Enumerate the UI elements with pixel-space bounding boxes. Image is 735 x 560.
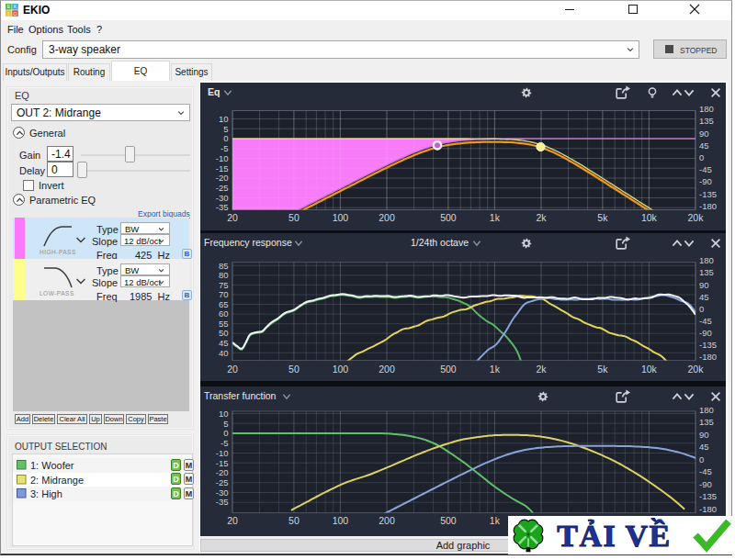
svg-text:50: 50: [288, 515, 300, 526]
svg-text:-20: -20: [216, 467, 229, 477]
svg-text:1k: 1k: [490, 515, 501, 526]
svg-text:135: 135: [699, 417, 714, 427]
svg-text:90: 90: [699, 129, 709, 139]
svg-text:90: 90: [699, 280, 709, 290]
svg-text:-180: -180: [699, 504, 717, 514]
svg-text:-45: -45: [699, 164, 712, 174]
svg-text:2k: 2k: [536, 364, 547, 375]
svg-text:20: 20: [227, 515, 238, 526]
svg-text:45: 45: [699, 442, 709, 452]
svg-text:20: 20: [227, 212, 238, 223]
svg-text:200: 200: [379, 515, 395, 526]
svg-text:-180: -180: [699, 352, 717, 362]
svg-text:5k: 5k: [597, 212, 608, 223]
svg-text:-30: -30: [216, 487, 229, 498]
svg-text:80: 80: [219, 270, 229, 280]
svg-text:-90: -90: [699, 176, 712, 186]
svg-text:-25: -25: [216, 477, 229, 487]
svg-text:0: 0: [223, 428, 228, 438]
svg-text:500: 500: [440, 364, 457, 375]
svg-text:50: 50: [219, 328, 229, 338]
svg-text:100: 100: [333, 364, 349, 375]
svg-text:-15: -15: [216, 163, 229, 174]
svg-text:50: 50: [288, 364, 300, 375]
svg-text:10k: 10k: [641, 364, 658, 375]
svg-text:135: 135: [699, 267, 714, 277]
svg-text:5k: 5k: [597, 364, 608, 375]
svg-text:85: 85: [219, 261, 229, 271]
svg-text:-135: -135: [699, 491, 717, 501]
svg-text:-5: -5: [220, 438, 228, 448]
svg-text:20k: 20k: [688, 364, 705, 375]
svg-text:0: 0: [699, 304, 704, 314]
svg-text:20k: 20k: [688, 212, 705, 223]
svg-text:50: 50: [288, 212, 300, 223]
svg-text:200: 200: [379, 364, 395, 375]
svg-text:2k: 2k: [536, 212, 547, 223]
svg-text:100: 100: [333, 212, 349, 223]
svg-text:-45: -45: [699, 466, 712, 476]
svg-text:65: 65: [219, 299, 229, 309]
svg-text:-90: -90: [699, 328, 712, 338]
svg-text:10k: 10k: [641, 212, 658, 223]
svg-text:-15: -15: [216, 458, 229, 468]
svg-text:O: O: [14, 11, 17, 17]
svg-text:45: 45: [219, 338, 229, 348]
svg-text:I: I: [8, 11, 9, 17]
svg-text:135: 135: [699, 116, 714, 126]
svg-text:1k: 1k: [490, 212, 501, 223]
svg-text:90: 90: [699, 430, 709, 440]
svg-text:70: 70: [219, 289, 229, 299]
svg-text:20: 20: [227, 364, 238, 375]
svg-text:-20: -20: [216, 173, 229, 183]
svg-text:-10: -10: [216, 448, 229, 458]
svg-text:-25: -25: [216, 183, 229, 193]
svg-text:100: 100: [333, 515, 349, 526]
svg-text:180: 180: [699, 255, 714, 265]
svg-text:-35: -35: [216, 497, 229, 507]
svg-text:0: 0: [223, 133, 228, 143]
svg-text:-90: -90: [699, 479, 712, 489]
svg-text:180: 180: [699, 104, 714, 114]
svg-text:5: 5: [223, 124, 228, 134]
svg-text:-45: -45: [699, 316, 712, 326]
svg-text:45: 45: [699, 292, 709, 302]
svg-text:55: 55: [219, 319, 229, 329]
svg-text:500: 500: [440, 212, 457, 223]
svg-text:45: 45: [699, 140, 709, 151]
svg-text:-10: -10: [216, 153, 229, 163]
svg-text:-180: -180: [699, 201, 717, 211]
svg-text:0: 0: [699, 152, 704, 162]
svg-text:40: 40: [219, 348, 229, 358]
svg-text:10: 10: [219, 409, 229, 419]
svg-text:1k: 1k: [490, 364, 501, 375]
svg-text:-135: -135: [699, 189, 717, 199]
svg-text:500: 500: [440, 515, 457, 526]
svg-text:-5: -5: [220, 143, 228, 153]
svg-text:0: 0: [699, 454, 704, 465]
svg-text:-30: -30: [216, 193, 229, 203]
svg-text:-135: -135: [699, 340, 717, 350]
svg-text:5: 5: [223, 419, 228, 429]
svg-text:75: 75: [219, 280, 229, 290]
svg-text:200: 200: [379, 212, 395, 223]
svg-text:10: 10: [219, 114, 229, 124]
svg-text:60: 60: [219, 308, 229, 319]
